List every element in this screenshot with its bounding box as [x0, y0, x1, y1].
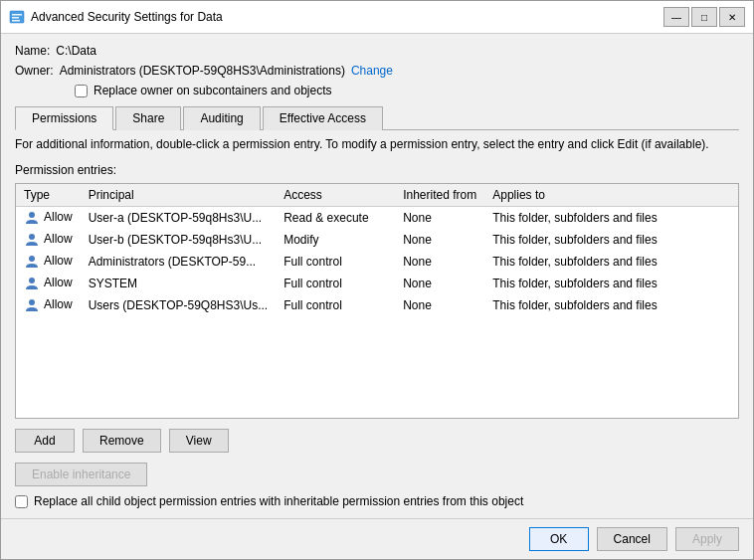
- svg-point-4: [29, 212, 35, 218]
- svg-point-7: [29, 278, 35, 283]
- cell-applies: This folder, subfolders and files: [484, 251, 738, 273]
- col-header-type: Type: [16, 184, 81, 207]
- enable-inheritance-row: Enable inheritance: [15, 463, 739, 486]
- cell-access: Read & execute: [276, 206, 395, 229]
- svg-rect-1: [12, 14, 22, 16]
- cell-access: Full control: [276, 273, 395, 294]
- cell-inherited: None: [395, 229, 484, 251]
- minimize-button[interactable]: —: [663, 7, 689, 27]
- table-row[interactable]: Allow Users (DESKTOP-59Q8HS3\Us... Full …: [16, 294, 738, 316]
- owner-row: Owner: Administrators (DESKTOP-59Q8HS3\A…: [15, 64, 739, 78]
- col-header-inherited: Inherited from: [395, 184, 484, 207]
- footer: OK Cancel Apply: [1, 518, 753, 559]
- cell-type: Allow: [16, 273, 81, 294]
- replace-child-label: Replace all child object permission entr…: [34, 494, 523, 508]
- table-row[interactable]: Allow User-b (DESKTOP-59q8Hs3\U... Modif…: [16, 229, 738, 251]
- window-controls: — □ ✕: [663, 7, 745, 27]
- cell-principal: User-a (DESKTOP-59q8Hs3\U...: [81, 206, 277, 229]
- cell-inherited: None: [395, 273, 484, 294]
- action-buttons-row: Add Remove View: [15, 429, 739, 453]
- tab-auditing[interactable]: Auditing: [183, 106, 260, 130]
- content-area: Name: C:\Data Owner: Administrators (DES…: [1, 34, 753, 518]
- svg-point-6: [29, 256, 35, 262]
- tab-permissions[interactable]: Permissions: [15, 106, 113, 130]
- ok-button[interactable]: OK: [529, 527, 589, 551]
- svg-rect-2: [12, 17, 19, 19]
- replace-owner-row: Replace owner on subcontainers and objec…: [75, 84, 739, 97]
- cell-type: Allow: [16, 251, 81, 273]
- owner-value: Administrators (DESKTOP-59Q8HS3\Administ…: [60, 64, 345, 78]
- info-text: For additional information, double-click…: [15, 136, 739, 153]
- cell-access: Modify: [276, 229, 395, 251]
- cell-type: Allow: [16, 294, 81, 316]
- col-header-principal: Principal: [81, 184, 277, 207]
- cell-principal: SYSTEM: [81, 273, 277, 294]
- window-icon: [9, 9, 25, 25]
- replace-child-checkbox[interactable]: [15, 495, 28, 508]
- table-row[interactable]: Allow Administrators (DESKTOP-59... Full…: [16, 251, 738, 273]
- maximize-button[interactable]: □: [691, 7, 717, 27]
- tab-effective-access[interactable]: Effective Access: [263, 106, 383, 130]
- change-link[interactable]: Change: [351, 64, 393, 78]
- col-header-access: Access: [276, 184, 395, 207]
- replace-child-row: Replace all child object permission entr…: [15, 494, 739, 508]
- name-value: C:\Data: [56, 44, 96, 58]
- remove-button[interactable]: Remove: [83, 429, 161, 453]
- cell-inherited: None: [395, 294, 484, 316]
- cell-type: Allow: [16, 229, 81, 251]
- col-header-applies: Applies to: [484, 184, 738, 207]
- close-button[interactable]: ✕: [719, 7, 745, 27]
- cancel-button[interactable]: Cancel: [597, 527, 667, 551]
- cell-access: Full control: [276, 251, 395, 273]
- window-title: Advanced Security Settings for Data: [31, 10, 663, 24]
- table-row[interactable]: Allow SYSTEM Full control None This fold…: [16, 273, 738, 294]
- svg-point-8: [29, 299, 35, 305]
- cell-principal: Administrators (DESKTOP-59...: [81, 251, 277, 273]
- tab-bar: Permissions Share Auditing Effective Acc…: [15, 105, 739, 130]
- table-row[interactable]: Allow User-a (DESKTOP-59q8Hs3\U... Read …: [16, 206, 738, 229]
- name-row: Name: C:\Data: [15, 44, 739, 58]
- cell-applies: This folder, subfolders and files: [484, 206, 738, 229]
- replace-owner-checkbox[interactable]: [75, 85, 88, 97]
- enable-inheritance-button[interactable]: Enable inheritance: [15, 463, 147, 486]
- cell-type: Allow: [16, 206, 81, 229]
- tab-share[interactable]: Share: [115, 106, 181, 130]
- cell-applies: This folder, subfolders and files: [484, 294, 738, 316]
- cell-access: Full control: [276, 294, 395, 316]
- permission-table: Type Principal Access Inherited from App…: [16, 184, 738, 316]
- main-window: Advanced Security Settings for Data — □ …: [0, 0, 754, 560]
- cell-inherited: None: [395, 251, 484, 273]
- title-bar: Advanced Security Settings for Data — □ …: [1, 1, 753, 34]
- permission-table-container: Type Principal Access Inherited from App…: [15, 183, 739, 419]
- cell-inherited: None: [395, 206, 484, 229]
- svg-rect-3: [12, 20, 20, 22]
- view-button[interactable]: View: [169, 429, 229, 453]
- owner-label: Owner:: [15, 64, 54, 78]
- svg-point-5: [29, 234, 35, 240]
- cell-principal: Users (DESKTOP-59Q8HS3\Us...: [81, 294, 277, 316]
- add-button[interactable]: Add: [15, 429, 75, 453]
- cell-applies: This folder, subfolders and files: [484, 273, 738, 294]
- cell-principal: User-b (DESKTOP-59q8Hs3\U...: [81, 229, 277, 251]
- entries-label: Permission entries:: [15, 163, 739, 177]
- apply-button[interactable]: Apply: [675, 527, 739, 551]
- cell-applies: This folder, subfolders and files: [484, 229, 738, 251]
- replace-owner-label: Replace owner on subcontainers and objec…: [94, 84, 331, 97]
- name-label: Name:: [15, 44, 50, 58]
